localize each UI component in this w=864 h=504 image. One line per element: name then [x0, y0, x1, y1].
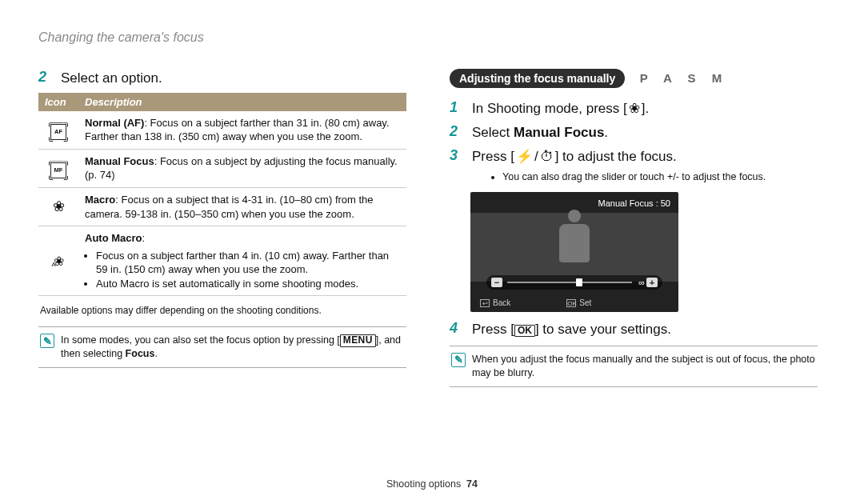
- step-3-sub: You can also drag the slider or touch +/…: [502, 170, 818, 184]
- table-row: MF Manual Focus: Focus on a subject by a…: [38, 149, 406, 187]
- step-3-text: Press [⚡/⏱] to adjust the focus.: [472, 147, 677, 166]
- screen-back-button[interactable]: ↩Back: [480, 298, 510, 307]
- table-row: ❀ Macro: Focus on a subject that is 4-31…: [38, 187, 406, 226]
- camera-screen: Manual Focus : 50 − ∞ + ↩Back OKSet: [470, 192, 678, 312]
- af-icon: AF: [50, 124, 66, 140]
- step-text-select-option: Select an option.: [61, 69, 162, 88]
- screen-set-button[interactable]: OKSet: [566, 298, 591, 307]
- section-pill: Adjusting the focus manually: [450, 69, 625, 88]
- slider-minus-button[interactable]: −: [491, 278, 502, 287]
- timer-glyph: ⏱: [538, 147, 555, 166]
- mode-pasm-label: P A S M: [640, 71, 728, 85]
- tip-box-blurry: ✎ When you adjust the focus manually and…: [450, 346, 818, 387]
- macro-icon: ❀: [53, 198, 65, 214]
- page-footer: Shooting options 74: [0, 478, 864, 490]
- screen-focus-label: Manual Focus : 50: [598, 198, 671, 208]
- focus-slider[interactable]: − ∞ +: [486, 275, 662, 290]
- focus-options-table: Icon Description AF Normal (AF): Focus o…: [38, 93, 406, 296]
- flower-glyph: ❀: [627, 99, 642, 118]
- step-number-2: 2: [38, 69, 53, 86]
- step-1-text: In Shooting mode, press [❀].: [472, 99, 649, 118]
- step-4-text: Press [OK] to save your settings.: [472, 320, 671, 339]
- subject-silhouette: [550, 210, 598, 282]
- step-2-text: Select Manual Focus.: [472, 123, 608, 142]
- slider-plus-button[interactable]: +: [646, 278, 658, 287]
- options-note: Available options may differ depending o…: [40, 304, 405, 317]
- infinity-icon: ∞: [638, 278, 645, 287]
- mf-icon: MF: [50, 162, 66, 178]
- slider-thumb[interactable]: [576, 278, 582, 286]
- auto-macro-icon: ❀A: [54, 254, 64, 268]
- tip-box-menu-focus: ✎ In some modes, you can also set the fo…: [38, 326, 406, 368]
- info-icon: ✎: [451, 353, 466, 367]
- table-row: AF Normal (AF): Focus on a subject farth…: [38, 111, 406, 150]
- ok-button-glyph: OK: [514, 325, 535, 337]
- page-title: Changing the camera's focus: [38, 30, 826, 45]
- menu-button-glyph: MENU: [340, 334, 376, 346]
- th-icon: Icon: [38, 93, 78, 111]
- table-row: ❀A Auto Macro: Focus on a subject farthe…: [38, 226, 406, 296]
- flash-glyph: ⚡: [514, 147, 534, 166]
- info-icon: ✎: [40, 334, 54, 348]
- th-description: Description: [78, 93, 406, 111]
